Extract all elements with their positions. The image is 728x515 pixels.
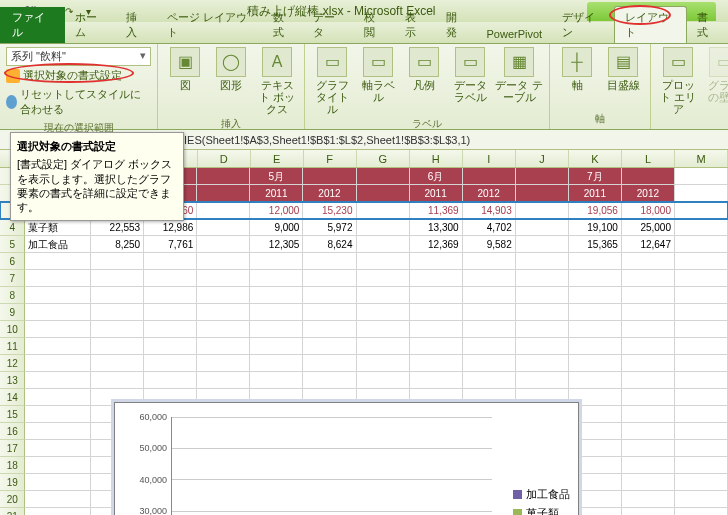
- cell[interactable]: [144, 304, 197, 321]
- cell[interactable]: 13,300: [410, 219, 463, 236]
- plot-area[interactable]: 201120124月201120125月201120126月201120127月: [171, 417, 492, 515]
- col-header[interactable]: K: [569, 150, 622, 167]
- cell[interactable]: [144, 372, 197, 389]
- cell[interactable]: [197, 304, 250, 321]
- cell[interactable]: [250, 338, 303, 355]
- cell[interactable]: [622, 287, 675, 304]
- cell[interactable]: [675, 491, 728, 508]
- cell[interactable]: [622, 304, 675, 321]
- cell[interactable]: [622, 389, 675, 406]
- cell[interactable]: [91, 372, 144, 389]
- cell[interactable]: 4,702: [463, 219, 516, 236]
- cell[interactable]: [675, 287, 728, 304]
- cell[interactable]: [463, 321, 516, 338]
- cell[interactable]: [410, 338, 463, 355]
- cell[interactable]: 2012: [463, 185, 516, 202]
- cell[interactable]: [197, 321, 250, 338]
- cell[interactable]: [622, 440, 675, 457]
- cell[interactable]: [675, 474, 728, 491]
- cell[interactable]: 25,000: [622, 219, 675, 236]
- tab-insert[interactable]: 挿入: [116, 7, 157, 43]
- cell[interactable]: [516, 185, 569, 202]
- cell[interactable]: [303, 372, 356, 389]
- cell[interactable]: [303, 287, 356, 304]
- cell[interactable]: [675, 253, 728, 270]
- cell[interactable]: 19,056: [569, 202, 622, 219]
- cell[interactable]: [357, 355, 410, 372]
- cell[interactable]: [463, 338, 516, 355]
- tab-developer[interactable]: 開発: [436, 7, 477, 43]
- axes-button[interactable]: ┼軸: [556, 47, 598, 91]
- cell[interactable]: 7,761: [144, 236, 197, 253]
- cell[interactable]: [410, 321, 463, 338]
- data-label-button[interactable]: ▭データ ラベル: [449, 47, 491, 115]
- cell[interactable]: [197, 168, 250, 185]
- row-header[interactable]: 14: [0, 389, 25, 406]
- cell[interactable]: [357, 287, 410, 304]
- cell[interactable]: [250, 253, 303, 270]
- cell[interactable]: [91, 355, 144, 372]
- cell[interactable]: [91, 287, 144, 304]
- row-header[interactable]: 16: [0, 423, 25, 440]
- row-header[interactable]: 8: [0, 287, 25, 304]
- cell[interactable]: [516, 270, 569, 287]
- cell[interactable]: [91, 321, 144, 338]
- cell[interactable]: [197, 253, 250, 270]
- cell[interactable]: [622, 338, 675, 355]
- cell[interactable]: 2011: [569, 185, 622, 202]
- cell[interactable]: [144, 321, 197, 338]
- cell[interactable]: 12,000: [250, 202, 303, 219]
- cell[interactable]: 2011: [250, 185, 303, 202]
- cell[interactable]: [516, 372, 569, 389]
- cell[interactable]: [25, 372, 91, 389]
- cell[interactable]: [357, 372, 410, 389]
- cell[interactable]: 11,369: [410, 202, 463, 219]
- cell[interactable]: [250, 355, 303, 372]
- col-header[interactable]: E: [251, 150, 304, 167]
- cell[interactable]: [675, 338, 728, 355]
- cell[interactable]: [622, 372, 675, 389]
- col-header[interactable]: I: [463, 150, 516, 167]
- cell[interactable]: [357, 253, 410, 270]
- cell[interactable]: [675, 185, 728, 202]
- cell[interactable]: 加工食品: [25, 236, 91, 253]
- row-header[interactable]: 19: [0, 474, 25, 491]
- cell[interactable]: [622, 406, 675, 423]
- row-header[interactable]: 9: [0, 304, 25, 321]
- cell[interactable]: 6月: [410, 168, 463, 185]
- cell[interactable]: [675, 508, 728, 515]
- tab-format[interactable]: 書式: [687, 7, 728, 43]
- cell[interactable]: [569, 321, 622, 338]
- cell[interactable]: [303, 270, 356, 287]
- cell[interactable]: [569, 270, 622, 287]
- row-header[interactable]: 7: [0, 270, 25, 287]
- cell[interactable]: [675, 355, 728, 372]
- cell[interactable]: [516, 253, 569, 270]
- cell[interactable]: [357, 202, 410, 219]
- cell[interactable]: 12,647: [622, 236, 675, 253]
- cell[interactable]: [463, 287, 516, 304]
- cell[interactable]: [250, 287, 303, 304]
- cell[interactable]: 18,000: [622, 202, 675, 219]
- cell[interactable]: [463, 168, 516, 185]
- cell[interactable]: [25, 406, 91, 423]
- cell[interactable]: 12,986: [144, 219, 197, 236]
- row-header[interactable]: 12: [0, 355, 25, 372]
- cell[interactable]: [357, 219, 410, 236]
- cell[interactable]: [622, 423, 675, 440]
- cell[interactable]: [516, 355, 569, 372]
- cell[interactable]: [25, 491, 91, 508]
- row-header[interactable]: 18: [0, 457, 25, 474]
- cell[interactable]: 5,972: [303, 219, 356, 236]
- cell[interactable]: [675, 304, 728, 321]
- cell[interactable]: [197, 338, 250, 355]
- cell[interactable]: [675, 440, 728, 457]
- chart-element-selector[interactable]: 系列 "飲料": [6, 47, 151, 66]
- cell[interactable]: [25, 474, 91, 491]
- cell[interactable]: [569, 304, 622, 321]
- cell[interactable]: [303, 355, 356, 372]
- cell[interactable]: [197, 236, 250, 253]
- cell[interactable]: [25, 440, 91, 457]
- cell[interactable]: [303, 253, 356, 270]
- cell[interactable]: [675, 270, 728, 287]
